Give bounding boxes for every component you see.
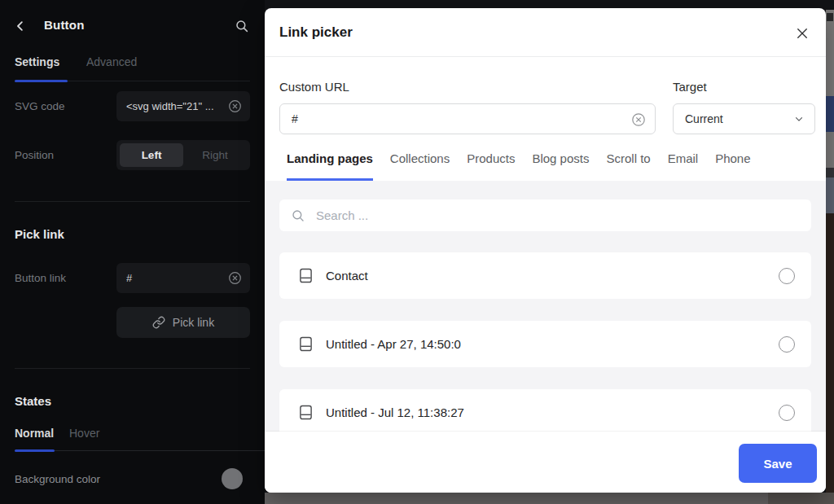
background-color-swatch[interactable] <box>222 468 243 489</box>
link-picker-modal: Link picker Custom URL Target # Current … <box>265 8 826 493</box>
active-state-underline <box>15 449 55 452</box>
custom-url-label: Custom URL <box>279 80 349 94</box>
position-segmented-control: Left Right <box>116 140 250 170</box>
list-item-label: Untitled - Jul 12, 11:38:27 <box>326 405 766 419</box>
pick-link-heading: Pick link <box>15 227 64 241</box>
tab-hover[interactable]: Hover <box>69 427 99 440</box>
tab-blog-posts[interactable]: Blog posts <box>532 151 589 181</box>
backdrop-strip <box>826 96 834 132</box>
position-label: Position <box>15 149 54 161</box>
target-select[interactable]: Current <box>673 103 815 134</box>
modal-title: Link picker <box>279 24 353 41</box>
app-root: Button Settings Advanced SVG code <svg w… <box>0 0 834 504</box>
background-color-label: Background color <box>15 473 100 485</box>
pick-link-button[interactable]: Pick link <box>116 307 250 338</box>
backdrop-bottom <box>265 493 768 504</box>
list-item[interactable]: Contact <box>279 252 811 299</box>
page-icon <box>299 268 313 283</box>
position-option-left[interactable]: Left <box>120 143 183 167</box>
chevron-down-icon <box>793 113 805 125</box>
modal-footer: Save <box>265 432 826 493</box>
search-placeholder: Search ... <box>316 208 368 222</box>
backdrop-strip <box>826 168 834 177</box>
search-icon <box>291 208 305 223</box>
tab-normal[interactable]: Normal <box>15 427 54 440</box>
backdrop-strip <box>827 13 833 21</box>
custom-url-input[interactable]: # <box>279 103 656 134</box>
active-tab-underline <box>15 80 68 82</box>
divider <box>15 201 250 202</box>
pick-link-button-label: Pick link <box>173 316 214 329</box>
backdrop-strip <box>826 10 834 96</box>
back-icon[interactable] <box>13 19 28 33</box>
svg-code-input[interactable]: <svg width="21" ... <box>116 91 250 121</box>
position-option-right[interactable]: Right <box>183 143 247 167</box>
tab-email[interactable]: Email <box>668 151 699 181</box>
search-input[interactable]: Search ... <box>279 199 811 231</box>
svg-code-label: SVG code <box>15 100 65 112</box>
tab-scroll-to[interactable]: Scroll to <box>606 151 650 181</box>
divider <box>15 368 250 369</box>
search-icon[interactable] <box>235 19 249 33</box>
modal-header: Link picker <box>265 8 826 57</box>
target-value: Current <box>685 112 793 125</box>
clear-url-icon[interactable] <box>631 112 645 126</box>
states-heading: States <box>15 394 51 408</box>
backdrop-strip <box>826 177 834 213</box>
close-icon[interactable] <box>795 26 810 41</box>
save-button[interactable]: Save <box>739 444 817 483</box>
list-item-radio[interactable] <box>779 336 795 353</box>
clear-svg-code-icon[interactable] <box>228 99 242 113</box>
clear-button-link-icon[interactable] <box>228 271 242 285</box>
page-icon <box>299 336 313 352</box>
button-link-value: # <box>126 272 228 284</box>
custom-url-value: # <box>292 112 631 125</box>
button-link-label: Button link <box>15 272 66 284</box>
button-link-input[interactable]: # <box>116 263 250 293</box>
target-label: Target <box>673 80 707 94</box>
list-item[interactable]: Untitled - Jul 12, 11:38:27 <box>279 389 811 432</box>
modal-list-area: Search ... Contact Untitled - Apr 27, 14… <box>265 181 826 432</box>
states-tab-bar: Normal Hover <box>15 427 265 451</box>
page-icon <box>299 405 313 420</box>
tab-products[interactable]: Products <box>467 151 515 181</box>
list-item-label: Contact <box>326 269 766 283</box>
sidebar-header: Button <box>0 11 265 41</box>
tab-collections[interactable]: Collections <box>390 151 450 181</box>
sidebar-tab-bar: Settings Advanced <box>15 52 250 81</box>
svg-code-value: <svg width="21" ... <box>126 100 228 112</box>
sidebar-title: Button <box>44 18 85 32</box>
list-item-label: Untitled - Apr 27, 14:50:0 <box>326 337 766 351</box>
backdrop-bottom <box>768 493 834 504</box>
tab-phone[interactable]: Phone <box>715 151 750 181</box>
backdrop-strip <box>826 213 834 493</box>
tab-advanced[interactable]: Advanced <box>86 55 137 68</box>
backdrop-strip <box>826 132 834 168</box>
list-item-radio[interactable] <box>779 405 795 421</box>
tab-settings[interactable]: Settings <box>15 55 59 68</box>
list-item-radio[interactable] <box>779 268 795 284</box>
list-item[interactable]: Untitled - Apr 27, 14:50:0 <box>279 321 811 367</box>
link-icon <box>152 316 165 329</box>
modal-tab-bar: Landing pages Collections Products Blog … <box>287 151 751 181</box>
settings-sidebar: Button Settings Advanced SVG code <svg w… <box>0 0 265 504</box>
tab-landing-pages[interactable]: Landing pages <box>287 151 373 181</box>
